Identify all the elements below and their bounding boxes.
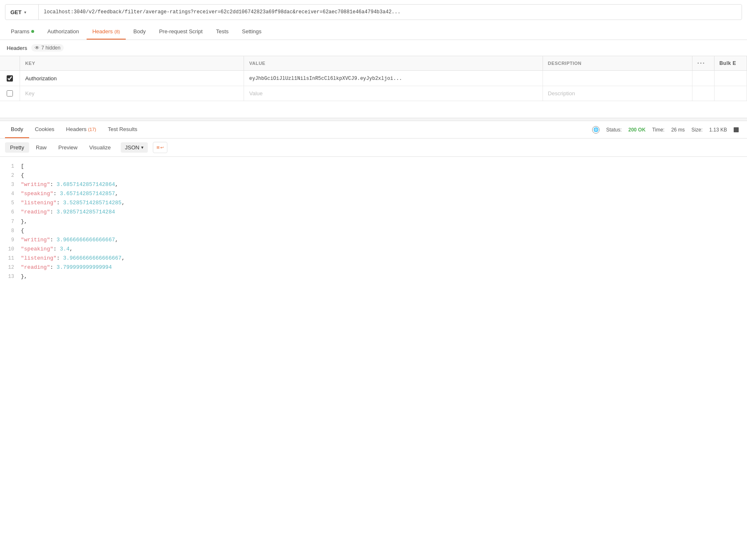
row-key-text: Authorization: [25, 75, 57, 82]
time-value: 26 ms: [671, 127, 685, 133]
empty-row-checkbox-cell[interactable]: [0, 86, 20, 101]
row-actions-cell: [692, 71, 714, 86]
url-bar: GET ▾: [5, 4, 742, 20]
col-header-value: VALUE: [244, 56, 543, 71]
json-value: 3.799999999999994: [57, 264, 112, 270]
json-bracket: },: [21, 218, 27, 225]
hidden-badge[interactable]: 👁 7 hidden: [31, 44, 64, 52]
line-number: 3: [0, 181, 21, 189]
tab-headers-badge: (8): [115, 29, 120, 34]
code-line: 1[: [0, 162, 747, 171]
size-value: 1.13 KB: [709, 127, 727, 133]
json-value: 3.5285714285714285: [63, 200, 121, 206]
raw-button[interactable]: Raw: [31, 142, 52, 153]
response-tab-headers[interactable]: Headers (17): [60, 121, 102, 138]
row-key-cell[interactable]: Authorization: [20, 71, 244, 86]
json-key: "reading": [21, 264, 50, 270]
json-value: 3.9285714285714284: [57, 209, 115, 215]
line-number: 12: [0, 263, 21, 272]
response-tab-body[interactable]: Body: [5, 121, 29, 138]
line-number: 1: [0, 162, 21, 171]
tab-settings[interactable]: Settings: [236, 24, 267, 40]
line-content: "speaking": 3.4,: [21, 245, 747, 254]
json-key: "speaking": [21, 246, 53, 252]
size-label: Size:: [692, 127, 703, 133]
tab-params[interactable]: Params: [5, 24, 40, 40]
line-number: 4: [0, 190, 21, 198]
tab-headers-label: Headers: [92, 28, 113, 35]
tab-pre-request-script[interactable]: Pre-request Script: [153, 24, 209, 40]
row-checkbox-cell[interactable]: [0, 71, 20, 86]
wrap-toggle-button[interactable]: ≡ ↩: [153, 142, 168, 153]
line-content: },: [21, 217, 747, 226]
save-response-button[interactable]: [734, 127, 739, 132]
json-format-dropdown[interactable]: JSON ▾: [121, 142, 148, 153]
tab-body[interactable]: Body: [127, 24, 152, 40]
method-selector[interactable]: GET ▾: [5, 5, 39, 20]
code-line: 7 },: [0, 217, 747, 226]
empty-row-value-placeholder: Value: [249, 90, 262, 97]
status-value: 200 OK: [628, 127, 645, 133]
url-input[interactable]: [39, 9, 742, 15]
line-content: },: [21, 272, 747, 281]
preview-button[interactable]: Preview: [53, 142, 82, 153]
line-number: 10: [0, 245, 21, 253]
tab-tests[interactable]: Tests: [210, 24, 234, 40]
json-key: "writing": [21, 237, 50, 243]
row-value-cell[interactable]: eyJhbGciOiJlUzl1NilsInR5cCl6lkpXVCJ9.eyJ…: [244, 71, 543, 86]
wrap-lines-icon: ≡: [157, 144, 160, 151]
hidden-count: 7 hidden: [41, 45, 60, 51]
line-number: 7: [0, 218, 21, 226]
pretty-button[interactable]: Pretty: [5, 142, 29, 153]
empty-row-desc-placeholder: Description: [548, 90, 575, 97]
empty-row-actions-cell: [692, 86, 714, 101]
line-content: "speaking": 3.657142857142857,: [21, 189, 747, 198]
empty-row-checkbox[interactable]: [7, 90, 13, 97]
empty-row-key-cell[interactable]: Key: [20, 86, 244, 101]
row-desc-cell[interactable]: [543, 71, 692, 86]
row-bulk-cell: [714, 71, 747, 86]
json-bracket: {: [21, 172, 24, 178]
response-tab-headers-label: Headers: [66, 126, 87, 132]
empty-row-value-cell[interactable]: Value: [244, 86, 543, 101]
visualize-button[interactable]: Visualize: [84, 142, 116, 153]
row-value-text: eyJhbGciOiJlUzl1NilsInR5cCl6lkpXVCJ9.eyJ…: [249, 76, 402, 82]
line-number: 8: [0, 227, 21, 235]
response-tab-headers-badge: (17): [88, 127, 96, 132]
code-line: 3 "writing": 3.6857142857142864,: [0, 180, 747, 189]
col-header-description: DESCRIPTION: [543, 56, 692, 71]
more-options-icon[interactable]: ···: [697, 59, 705, 67]
empty-row-desc-cell[interactable]: Description: [543, 86, 692, 101]
code-line: 10 "speaking": 3.4,: [0, 245, 747, 254]
code-line: 12 "reading": 3.799999999999994: [0, 263, 747, 272]
line-number: 6: [0, 208, 21, 216]
line-number: 9: [0, 236, 21, 244]
eye-icon: 👁: [35, 45, 40, 51]
line-content: "listening": 3.5285714285714285,: [21, 198, 747, 208]
globe-icon[interactable]: 🌐: [592, 126, 600, 134]
params-active-dot: [31, 30, 34, 33]
tab-authorization[interactable]: Authorization: [42, 24, 85, 40]
tab-tests-label: Tests: [216, 28, 229, 35]
response-meta: 🌐 Status: 200 OK Time: 26 ms Size: 1.13 …: [592, 126, 742, 134]
tab-params-label: Params: [11, 28, 30, 35]
response-tab-test-results[interactable]: Test Results: [102, 121, 143, 138]
code-line: 5 "listening": 3.5285714285714285,: [0, 198, 747, 208]
json-value: 3.657142857142857: [60, 191, 115, 197]
response-tab-test-results-label: Test Results: [108, 126, 137, 132]
code-line: 6 "reading": 3.9285714285714284: [0, 208, 747, 217]
code-line: 4 "speaking": 3.657142857142857,: [0, 189, 747, 198]
line-content: {: [21, 171, 747, 180]
json-key: "speaking": [21, 191, 53, 197]
tab-headers[interactable]: Headers (8): [87, 24, 126, 40]
line-number: 11: [0, 254, 21, 263]
method-label: GET: [10, 9, 22, 15]
json-value: 3.4: [60, 246, 70, 252]
row-checkbox[interactable]: [7, 75, 13, 82]
col-header-key: KEY: [20, 56, 244, 71]
line-content: [: [21, 162, 747, 171]
wrap-arrow-icon: ↩: [160, 145, 164, 150]
response-tab-cookies[interactable]: Cookies: [29, 121, 60, 138]
bulk-edit-label[interactable]: Bulk E: [720, 60, 736, 66]
code-line: 11 "listening": 3.9666666666666667,: [0, 254, 747, 263]
